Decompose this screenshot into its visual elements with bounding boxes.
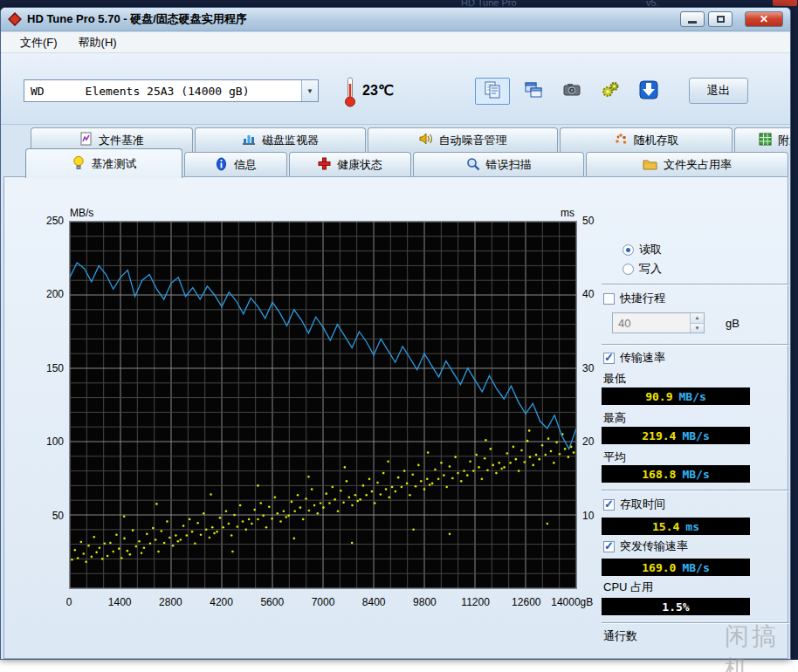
axis-tick-label: 200 [46,288,64,300]
burst-rate-checkbox-box[interactable] [603,541,615,552]
y-left-axis-title: MB/s [70,207,93,219]
write-radio[interactable]: 写入 [623,261,662,277]
average-value-box: 168.8 MB/s [602,465,750,483]
close-button[interactable]: ✕ [745,11,783,27]
access-time-label: 存取时间 [620,497,665,512]
tab-extra-tests[interactable]: 附加测试 [734,127,791,152]
read-radio[interactable]: 读取 [623,242,662,257]
tab-random-access[interactable]: 随机存取 [560,127,733,152]
copy-image-button[interactable] [516,78,551,105]
short-stroke-checkbox[interactable]: 快捷行程 [603,291,665,306]
axis-tick-label: 1400 [108,596,132,608]
window-title: HD Tune Pro 5.70 - 硬盘/固态硬盘实用程序 [27,11,247,27]
minimum-unit: MB/s [679,390,706,403]
exit-button[interactable]: 退出 [689,78,748,104]
x-axis-ticks: 0140028004200560070008400980011200126001… [69,594,577,610]
axis-tick-label: 9800 [413,596,437,608]
tab-health[interactable]: 健康状态 [289,152,411,177]
write-radio-circle[interactable] [623,264,634,275]
maximum-unit: MB/s [682,429,709,442]
axis-tick-label: 7000 [312,596,335,608]
app-icon [8,12,22,26]
axis-tick-label: 4200 [210,596,233,608]
average-value: 168.8 [642,468,676,481]
short-stroke-spinner[interactable]: 40 ▲ ▼ [612,312,705,333]
error-scan-icon [466,157,480,174]
maximize-button[interactable] [708,11,733,27]
minimize-button[interactable] [680,11,705,27]
device-select[interactable]: WD Elements 25A3 (14000 gB) ▼ [24,79,319,102]
disk-monitor-icon [242,132,256,148]
separator [602,344,789,346]
file-benchmark-icon [79,132,93,148]
axis-tick-label: 10 [582,510,594,522]
cpu-usage-value-box: 1.5% [602,598,750,615]
benchmark-icon [72,155,86,173]
access-time-checkbox-box[interactable] [603,499,615,511]
axis-tick-label: 250 [46,215,64,227]
maximum-label: 最高 [603,410,626,426]
axis-tick-label: 30 [582,362,594,374]
access-time-value: 15.4 [652,520,679,533]
axis-tick-label: 0 [66,596,72,608]
info-icon [215,157,228,174]
minimize-icon [688,21,697,24]
average-unit: MB/s [682,468,709,481]
access-time-checkbox[interactable]: 存取时间 [603,497,665,512]
copy-results-button[interactable] [475,78,510,105]
tab-benchmark[interactable]: 基准测试 [25,148,182,178]
minimum-value-box: 90.9 MB/s [602,387,750,405]
axis-tick-label: 100 [46,435,64,448]
tab-info[interactable]: 信息 [184,152,287,177]
read-radio-circle[interactable] [623,244,634,256]
short-stroke-unit: gB [726,317,740,330]
temperature-value: 23℃ [362,82,394,99]
tab-label: 磁盘监视器 [262,133,319,148]
pass-count-label: 通行数 [603,628,637,644]
save-screenshot-icon [562,80,581,103]
tab-folder-usage[interactable]: 文件夹占用率 [586,152,788,177]
desktop-bottom-strip [0,660,798,672]
tab-label: 信息 [234,157,257,173]
tab-error-scan[interactable]: 错误扫描 [413,152,584,177]
tab-label: 随机存取 [634,133,679,148]
burst-rate-checkbox[interactable]: 突发传输速率 [603,538,688,554]
cpu-usage-value: 1.5% [662,600,689,614]
transfer-rate-checkbox[interactable]: 传输速率 [603,350,665,366]
axis-tick-label: 50 [52,510,64,522]
short-stroke-value[interactable]: 40 [613,313,690,333]
axis-tick-label: 8400 [362,596,386,608]
axis-tick-label: 150 [46,362,64,374]
transfer-rate-label: 传输速率 [620,350,665,366]
watermark: 闲搞机 [725,620,798,672]
axis-tick-label: 5600 [260,596,284,608]
write-radio-label: 写入 [639,261,662,277]
combo-arrow-icon[interactable]: ▼ [301,80,318,101]
minimum-label: 最低 [603,371,626,387]
update-button[interactable] [631,78,666,105]
burst-rate-label: 突发传输速率 [620,538,688,554]
separator [602,284,789,285]
transfer-rate-checkbox-box[interactable] [603,353,615,364]
axis-tick-label: 12600 [512,596,540,608]
cpu-usage-label: CPU 占用 [603,579,653,595]
axis-tick-label: 40 [582,288,594,300]
read-radio-label: 读取 [639,242,662,257]
average-label: 平均 [603,449,626,465]
copy-results-icon [483,80,502,103]
spinner-up-icon[interactable]: ▲ [691,313,704,324]
titlebar[interactable]: HD Tune Pro 5.70 - 硬盘/固态硬盘实用程序 ✕ [1,8,790,31]
benchmark-chart [69,221,577,589]
copy-image-icon [524,80,543,103]
menu-help[interactable]: 帮助(H) [68,32,127,53]
tab-label: 健康状态 [337,157,382,173]
tab-aam[interactable]: 自动噪音管理 [368,127,558,152]
tab-disk-monitor[interactable]: 磁盘监视器 [195,127,366,152]
menu-file[interactable]: 文件(F) [10,32,68,53]
save-screenshot-button[interactable] [554,78,589,105]
tab-label: 错误扫描 [486,157,532,173]
short-stroke-checkbox-box[interactable] [603,293,615,305]
options-button[interactable] [593,78,628,105]
background-window-version: v5. [646,0,659,6]
spinner-down-icon[interactable]: ▼ [691,324,704,333]
